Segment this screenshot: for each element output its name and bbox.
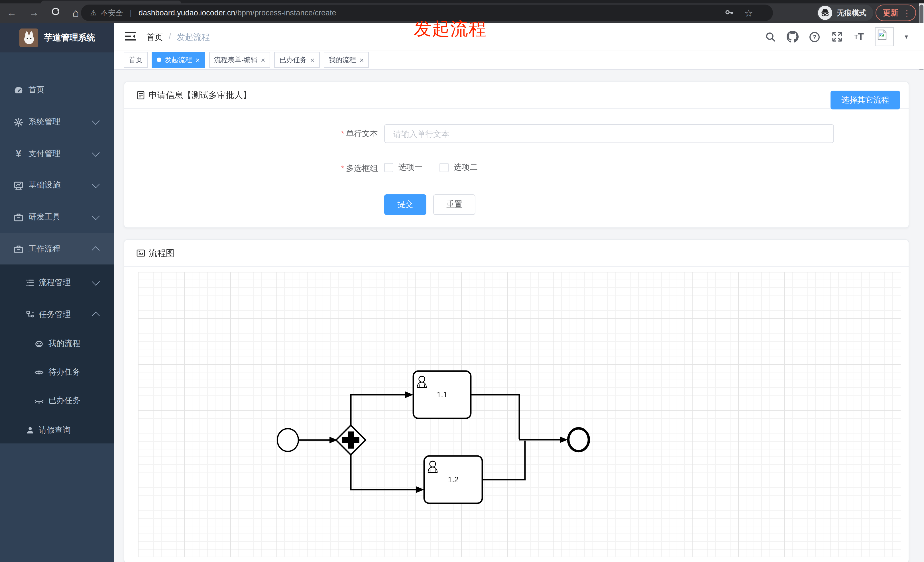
process-diagram-card: 流程图 — [124, 240, 909, 562]
search-icon[interactable] — [764, 30, 776, 43]
tab-done-tasks[interactable]: 已办任务 × — [274, 52, 320, 68]
chevron-down-icon — [92, 149, 100, 157]
screen: ← → ⌂ ⚠ 不安全 | dashboard.yudao.iocoder.cn… — [0, 0, 924, 562]
checkbox-group: 选项一 选项二 — [384, 160, 478, 175]
sidebar-item-devtools[interactable]: 研发工具 — [0, 201, 114, 233]
chevron-down-icon — [92, 212, 100, 220]
checkbox-box[interactable] — [440, 163, 448, 172]
browser-update-button[interactable]: 更新 ⋮ — [876, 4, 916, 21]
url-path: /bpm/process-instance/create — [235, 9, 336, 17]
breadcrumb-home[interactable]: 首页 — [147, 32, 163, 43]
sidebar-item-leave-query[interactable]: 请假查询 — [0, 414, 114, 446]
warning-icon: ⚠ — [90, 9, 97, 17]
github-icon[interactable] — [786, 30, 799, 43]
dashboard-icon — [14, 85, 23, 95]
sidebar-item-process-mgmt[interactable]: 流程管理 — [0, 267, 114, 299]
sidebar-item-system[interactable]: 系统管理 — [0, 106, 114, 138]
app-title: 芋道管理系统 — [44, 32, 95, 43]
flow-nodes-icon — [25, 310, 35, 319]
chevron-up-icon — [92, 312, 100, 320]
app-header: 首页 / 发起流程 ? TT — [114, 23, 924, 51]
card-header: 申请信息【测试多审批人】 — [124, 82, 909, 109]
yen-icon: ¥ — [14, 149, 23, 159]
application-info-card: 申请信息【测试多审批人】 选择其它流程 *单行文本 *多选框组 选项一 选项二 — [124, 81, 909, 228]
url-host: dashboard.yudao.iocoder.cn — [138, 9, 235, 17]
close-icon[interactable]: × — [261, 56, 265, 64]
picture-icon — [136, 249, 146, 258]
avatar[interactable] — [875, 27, 894, 46]
incognito-label: 无痕模式 — [837, 8, 866, 18]
help-icon[interactable]: ? — [808, 30, 821, 43]
tab-start-process[interactable]: 发起流程 × — [152, 52, 205, 68]
browser-active-tab[interactable] — [41, 1, 181, 3]
sidebar-item-my-process[interactable]: 我的流程 — [0, 330, 114, 358]
end-event[interactable] — [568, 428, 589, 451]
browser-tabstrip — [0, 0, 924, 3]
tags-view: 首页 发起流程 × 流程表单-编辑 × 已办任务 × 我的流程 × — [114, 51, 924, 69]
chevron-down-icon — [92, 180, 100, 188]
tab-home[interactable]: 首页 — [124, 52, 148, 68]
tab-my-process[interactable]: 我的流程 × — [324, 52, 369, 68]
single-line-text-input[interactable] — [384, 124, 834, 143]
sidebar-collapse-icon[interactable] — [125, 31, 136, 43]
sidebar: 芋道管理系统 首页 系统管理 ¥ 支付管理 基础设施 — [0, 23, 114, 562]
font-size-icon[interactable]: TT — [853, 30, 865, 43]
broken-image-icon — [877, 29, 888, 40]
close-icon[interactable]: × — [360, 56, 364, 64]
home-button[interactable]: ⌂ — [72, 7, 79, 19]
app-logo[interactable]: 芋道管理系统 — [0, 23, 114, 52]
form-actions: 提交 重置 — [384, 194, 476, 215]
logo-avatar — [20, 28, 38, 47]
close-icon[interactable]: × — [195, 56, 200, 64]
checkbox-box[interactable] — [384, 163, 393, 172]
checkbox-option-2[interactable]: 选项二 — [440, 162, 478, 173]
submit-button[interactable]: 提交 — [384, 194, 426, 215]
browser-menu-icon[interactable]: ⋮ — [903, 8, 911, 17]
field-label-checkbox-group: *多选框组 — [292, 163, 378, 174]
user-task-1-1[interactable]: 1.1 — [413, 371, 471, 418]
card-title: 申请信息【测试多审批人】 — [149, 90, 251, 100]
tree-list-icon — [25, 278, 35, 288]
tab-form-edit[interactable]: 流程表单-编辑 × — [209, 52, 270, 68]
forward-button[interactable]: → — [29, 7, 39, 19]
back-button[interactable]: ← — [7, 7, 16, 19]
toolbox-icon — [14, 212, 23, 222]
svg-text:1.1: 1.1 — [436, 390, 447, 399]
eye-closed-icon — [34, 396, 44, 406]
reset-button[interactable]: 重置 — [433, 194, 476, 215]
parallel-gateway[interactable] — [336, 425, 366, 455]
bpmn-canvas[interactable]: 1.1 1.2 — [138, 272, 901, 557]
document-icon — [136, 91, 146, 100]
bpmn-diagram: 1.1 1.2 — [138, 272, 901, 557]
chevron-up-icon — [92, 246, 100, 254]
card-header: 流程图 — [124, 240, 909, 267]
security-label[interactable]: 不安全 — [100, 8, 123, 18]
breadcrumb-current: 发起流程 — [177, 32, 210, 43]
avatar-dropdown-icon[interactable]: ▼ — [903, 34, 909, 40]
person-icon — [25, 426, 35, 435]
choose-other-process-button[interactable]: 选择其它流程 — [831, 91, 900, 109]
key-icon[interactable] — [724, 7, 734, 19]
svg-text:1.2: 1.2 — [448, 475, 459, 484]
bookmark-star-icon[interactable]: ☆ — [744, 7, 753, 19]
face-icon — [34, 339, 44, 349]
incognito-icon — [818, 6, 832, 20]
breadcrumb: 首页 / 发起流程 — [147, 32, 210, 43]
sidebar-item-task-mgmt[interactable]: 任务管理 — [0, 299, 114, 331]
start-event[interactable] — [278, 429, 298, 451]
checkbox-option-1[interactable]: 选项一 — [384, 162, 422, 173]
address-divider: | — [130, 9, 132, 17]
sidebar-item-infrastructure[interactable]: 基础设施 — [0, 169, 114, 201]
sidebar-item-workflow[interactable]: 工作流程 — [0, 233, 114, 265]
field-label-single-line: *单行文本 — [292, 129, 378, 139]
reload-button[interactable] — [51, 7, 60, 19]
user-task-1-2[interactable]: 1.2 — [424, 456, 482, 503]
sidebar-item-home[interactable]: 首页 — [0, 74, 114, 106]
fullscreen-icon[interactable] — [831, 30, 843, 43]
sidebar-item-done-tasks[interactable]: 已办任务 — [0, 387, 114, 415]
card-title: 流程图 — [149, 248, 174, 258]
chevron-down-icon — [92, 277, 100, 286]
sidebar-item-payment[interactable]: ¥ 支付管理 — [0, 138, 114, 170]
close-icon[interactable]: × — [310, 56, 314, 64]
sidebar-item-todo-tasks[interactable]: 待办任务 — [0, 358, 114, 387]
